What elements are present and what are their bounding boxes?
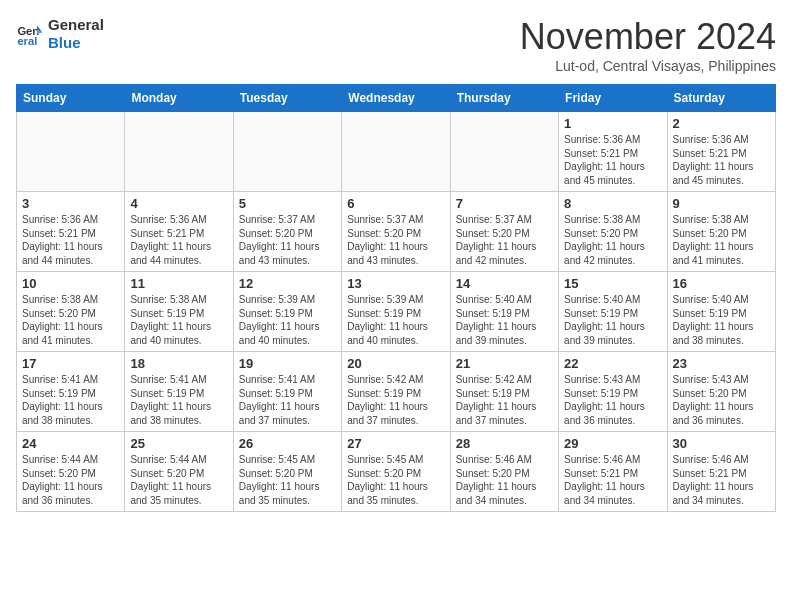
day-info: Sunrise: 5:37 AM Sunset: 5:20 PM Dayligh… bbox=[239, 213, 336, 267]
svg-text:eral: eral bbox=[17, 35, 37, 47]
day-info: Sunrise: 5:44 AM Sunset: 5:20 PM Dayligh… bbox=[130, 453, 227, 507]
day-number: 19 bbox=[239, 356, 336, 371]
day-number: 6 bbox=[347, 196, 444, 211]
day-number: 12 bbox=[239, 276, 336, 291]
logo-icon: Gen eral bbox=[16, 20, 44, 48]
day-info: Sunrise: 5:43 AM Sunset: 5:19 PM Dayligh… bbox=[564, 373, 661, 427]
logo-line2: Blue bbox=[48, 34, 104, 52]
day-info: Sunrise: 5:39 AM Sunset: 5:19 PM Dayligh… bbox=[239, 293, 336, 347]
title-area: November 2024 Lut-od, Central Visayas, P… bbox=[520, 16, 776, 74]
day-info: Sunrise: 5:42 AM Sunset: 5:19 PM Dayligh… bbox=[347, 373, 444, 427]
col-header-wednesday: Wednesday bbox=[342, 85, 450, 112]
day-number: 3 bbox=[22, 196, 119, 211]
day-info: Sunrise: 5:40 AM Sunset: 5:19 PM Dayligh… bbox=[564, 293, 661, 347]
day-number: 30 bbox=[673, 436, 770, 451]
logo-line1: General bbox=[48, 16, 104, 34]
calendar-cell bbox=[17, 112, 125, 192]
week-row-2: 3Sunrise: 5:36 AM Sunset: 5:21 PM Daylig… bbox=[17, 192, 776, 272]
calendar-cell: 15Sunrise: 5:40 AM Sunset: 5:19 PM Dayli… bbox=[559, 272, 667, 352]
calendar-cell: 21Sunrise: 5:42 AM Sunset: 5:19 PM Dayli… bbox=[450, 352, 558, 432]
calendar-cell: 8Sunrise: 5:38 AM Sunset: 5:20 PM Daylig… bbox=[559, 192, 667, 272]
day-info: Sunrise: 5:42 AM Sunset: 5:19 PM Dayligh… bbox=[456, 373, 553, 427]
calendar-cell: 14Sunrise: 5:40 AM Sunset: 5:19 PM Dayli… bbox=[450, 272, 558, 352]
day-number: 21 bbox=[456, 356, 553, 371]
day-number: 29 bbox=[564, 436, 661, 451]
day-number: 28 bbox=[456, 436, 553, 451]
day-number: 27 bbox=[347, 436, 444, 451]
calendar-cell: 17Sunrise: 5:41 AM Sunset: 5:19 PM Dayli… bbox=[17, 352, 125, 432]
calendar-cell: 12Sunrise: 5:39 AM Sunset: 5:19 PM Dayli… bbox=[233, 272, 341, 352]
calendar-cell: 16Sunrise: 5:40 AM Sunset: 5:19 PM Dayli… bbox=[667, 272, 775, 352]
calendar-cell: 26Sunrise: 5:45 AM Sunset: 5:20 PM Dayli… bbox=[233, 432, 341, 512]
calendar-header-row: SundayMondayTuesdayWednesdayThursdayFrid… bbox=[17, 85, 776, 112]
page-header: Gen eral General Blue November 2024 Lut-… bbox=[16, 16, 776, 74]
calendar-cell: 13Sunrise: 5:39 AM Sunset: 5:19 PM Dayli… bbox=[342, 272, 450, 352]
calendar-cell bbox=[233, 112, 341, 192]
day-number: 1 bbox=[564, 116, 661, 131]
day-number: 9 bbox=[673, 196, 770, 211]
day-number: 20 bbox=[347, 356, 444, 371]
calendar-cell: 10Sunrise: 5:38 AM Sunset: 5:20 PM Dayli… bbox=[17, 272, 125, 352]
week-row-4: 17Sunrise: 5:41 AM Sunset: 5:19 PM Dayli… bbox=[17, 352, 776, 432]
calendar-cell bbox=[125, 112, 233, 192]
calendar-cell: 9Sunrise: 5:38 AM Sunset: 5:20 PM Daylig… bbox=[667, 192, 775, 272]
calendar-cell: 30Sunrise: 5:46 AM Sunset: 5:21 PM Dayli… bbox=[667, 432, 775, 512]
day-info: Sunrise: 5:45 AM Sunset: 5:20 PM Dayligh… bbox=[347, 453, 444, 507]
calendar-cell: 5Sunrise: 5:37 AM Sunset: 5:20 PM Daylig… bbox=[233, 192, 341, 272]
calendar-cell: 22Sunrise: 5:43 AM Sunset: 5:19 PM Dayli… bbox=[559, 352, 667, 432]
day-info: Sunrise: 5:37 AM Sunset: 5:20 PM Dayligh… bbox=[347, 213, 444, 267]
month-title: November 2024 bbox=[520, 16, 776, 58]
day-info: Sunrise: 5:37 AM Sunset: 5:20 PM Dayligh… bbox=[456, 213, 553, 267]
calendar-cell bbox=[342, 112, 450, 192]
day-info: Sunrise: 5:36 AM Sunset: 5:21 PM Dayligh… bbox=[22, 213, 119, 267]
col-header-monday: Monday bbox=[125, 85, 233, 112]
calendar-cell: 24Sunrise: 5:44 AM Sunset: 5:20 PM Dayli… bbox=[17, 432, 125, 512]
day-info: Sunrise: 5:38 AM Sunset: 5:19 PM Dayligh… bbox=[130, 293, 227, 347]
day-number: 2 bbox=[673, 116, 770, 131]
col-header-sunday: Sunday bbox=[17, 85, 125, 112]
day-info: Sunrise: 5:46 AM Sunset: 5:21 PM Dayligh… bbox=[564, 453, 661, 507]
day-number: 4 bbox=[130, 196, 227, 211]
day-info: Sunrise: 5:44 AM Sunset: 5:20 PM Dayligh… bbox=[22, 453, 119, 507]
col-header-friday: Friday bbox=[559, 85, 667, 112]
calendar-cell: 7Sunrise: 5:37 AM Sunset: 5:20 PM Daylig… bbox=[450, 192, 558, 272]
location: Lut-od, Central Visayas, Philippines bbox=[520, 58, 776, 74]
calendar-cell: 6Sunrise: 5:37 AM Sunset: 5:20 PM Daylig… bbox=[342, 192, 450, 272]
day-number: 23 bbox=[673, 356, 770, 371]
calendar-cell: 20Sunrise: 5:42 AM Sunset: 5:19 PM Dayli… bbox=[342, 352, 450, 432]
week-row-1: 1Sunrise: 5:36 AM Sunset: 5:21 PM Daylig… bbox=[17, 112, 776, 192]
day-number: 18 bbox=[130, 356, 227, 371]
day-info: Sunrise: 5:40 AM Sunset: 5:19 PM Dayligh… bbox=[456, 293, 553, 347]
day-info: Sunrise: 5:36 AM Sunset: 5:21 PM Dayligh… bbox=[673, 133, 770, 187]
day-info: Sunrise: 5:39 AM Sunset: 5:19 PM Dayligh… bbox=[347, 293, 444, 347]
calendar-cell: 18Sunrise: 5:41 AM Sunset: 5:19 PM Dayli… bbox=[125, 352, 233, 432]
col-header-thursday: Thursday bbox=[450, 85, 558, 112]
day-info: Sunrise: 5:46 AM Sunset: 5:20 PM Dayligh… bbox=[456, 453, 553, 507]
day-number: 17 bbox=[22, 356, 119, 371]
day-number: 13 bbox=[347, 276, 444, 291]
logo: Gen eral General Blue bbox=[16, 16, 104, 52]
calendar-cell: 27Sunrise: 5:45 AM Sunset: 5:20 PM Dayli… bbox=[342, 432, 450, 512]
col-header-tuesday: Tuesday bbox=[233, 85, 341, 112]
day-info: Sunrise: 5:36 AM Sunset: 5:21 PM Dayligh… bbox=[564, 133, 661, 187]
day-number: 15 bbox=[564, 276, 661, 291]
day-number: 5 bbox=[239, 196, 336, 211]
day-info: Sunrise: 5:40 AM Sunset: 5:19 PM Dayligh… bbox=[673, 293, 770, 347]
day-number: 8 bbox=[564, 196, 661, 211]
calendar-cell: 1Sunrise: 5:36 AM Sunset: 5:21 PM Daylig… bbox=[559, 112, 667, 192]
day-info: Sunrise: 5:38 AM Sunset: 5:20 PM Dayligh… bbox=[673, 213, 770, 267]
day-info: Sunrise: 5:38 AM Sunset: 5:20 PM Dayligh… bbox=[564, 213, 661, 267]
day-number: 22 bbox=[564, 356, 661, 371]
calendar-cell: 2Sunrise: 5:36 AM Sunset: 5:21 PM Daylig… bbox=[667, 112, 775, 192]
calendar-cell: 19Sunrise: 5:41 AM Sunset: 5:19 PM Dayli… bbox=[233, 352, 341, 432]
day-number: 25 bbox=[130, 436, 227, 451]
col-header-saturday: Saturday bbox=[667, 85, 775, 112]
day-number: 24 bbox=[22, 436, 119, 451]
calendar-cell: 25Sunrise: 5:44 AM Sunset: 5:20 PM Dayli… bbox=[125, 432, 233, 512]
week-row-5: 24Sunrise: 5:44 AM Sunset: 5:20 PM Dayli… bbox=[17, 432, 776, 512]
calendar-cell: 23Sunrise: 5:43 AM Sunset: 5:20 PM Dayli… bbox=[667, 352, 775, 432]
day-info: Sunrise: 5:43 AM Sunset: 5:20 PM Dayligh… bbox=[673, 373, 770, 427]
day-info: Sunrise: 5:38 AM Sunset: 5:20 PM Dayligh… bbox=[22, 293, 119, 347]
day-number: 11 bbox=[130, 276, 227, 291]
day-number: 26 bbox=[239, 436, 336, 451]
